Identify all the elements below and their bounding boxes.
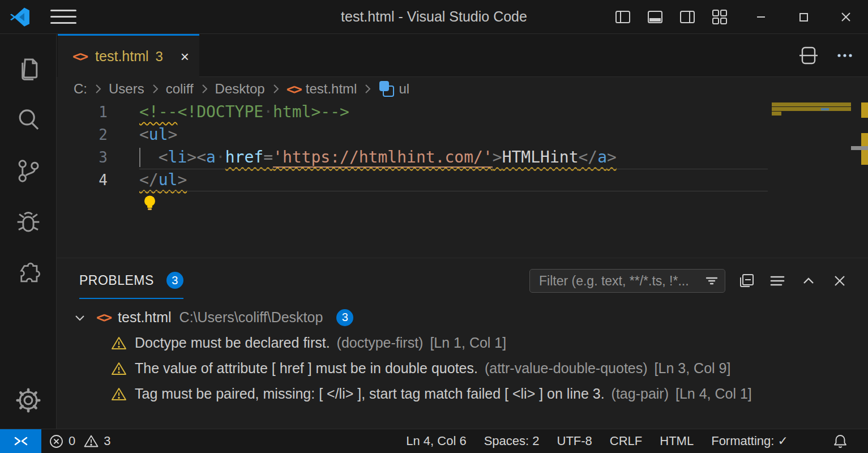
text-cursor bbox=[139, 148, 140, 167]
minimap-warning-line bbox=[772, 112, 781, 116]
split-editor-icon[interactable] bbox=[799, 45, 818, 66]
problems-file-row[interactable]: <> test.html C:\Users\coliff\Desktop 3 bbox=[57, 305, 868, 330]
minimap-link-mark bbox=[821, 108, 829, 110]
close-window-button[interactable] bbox=[836, 7, 856, 27]
problems-file-name: test.html bbox=[118, 309, 171, 326]
breadcrumb-coliff[interactable]: coliff bbox=[166, 81, 194, 97]
collapse-all-icon[interactable] bbox=[738, 272, 755, 289]
vscode-logo-icon bbox=[10, 7, 30, 27]
breadcrumb: C: Users coliff Desktop <> test.html ul bbox=[57, 77, 868, 101]
warning-count: 3 bbox=[104, 434, 110, 448]
toggle-panel-icon[interactable] bbox=[647, 8, 664, 25]
problem-location: [Ln 3, Col 9] bbox=[655, 360, 731, 377]
problem-location: [Ln 1, Col 1] bbox=[430, 335, 506, 351]
chevron-right-icon bbox=[93, 82, 103, 96]
problem-source: (tag-pair) bbox=[612, 386, 669, 402]
statusbar-right: Ln 4, Col 6 Spaces: 2 UTF-8 CRLF HTML Fo… bbox=[406, 433, 868, 449]
remote-indicator[interactable] bbox=[0, 429, 41, 453]
close-panel-icon[interactable] bbox=[831, 272, 848, 289]
file-problems-badge: 3 bbox=[336, 309, 353, 326]
settings-gear-icon[interactable] bbox=[12, 384, 44, 416]
filter-input[interactable] bbox=[538, 273, 704, 289]
problem-source: (doctype-first) bbox=[337, 335, 424, 351]
warning-icon bbox=[83, 434, 99, 448]
minimap[interactable] bbox=[772, 101, 851, 258]
formatting-status[interactable]: Formatting: ✓ bbox=[711, 434, 788, 448]
problems-file-path: C:\Users\coliff\Desktop bbox=[179, 309, 323, 326]
line-number[interactable]: 2 bbox=[57, 123, 108, 146]
encoding[interactable]: UTF-8 bbox=[557, 434, 592, 448]
language-mode[interactable]: HTML bbox=[660, 434, 694, 448]
view-as-table-icon[interactable] bbox=[769, 272, 786, 289]
chevron-right-icon bbox=[362, 82, 373, 96]
run-debug-icon[interactable] bbox=[12, 206, 44, 238]
problem-row-3[interactable]: Tag must be paired, missing: [ </li> ], … bbox=[57, 381, 868, 407]
filter-icon bbox=[704, 273, 719, 288]
menu-icon[interactable] bbox=[50, 8, 76, 26]
search-icon[interactable] bbox=[12, 104, 44, 136]
tab-label: test.html bbox=[95, 48, 148, 65]
indentation[interactable]: Spaces: 2 bbox=[484, 434, 540, 448]
problems-count-badge: 3 bbox=[166, 272, 183, 289]
problems-tree: <> test.html C:\Users\coliff\Desktop 3 D… bbox=[57, 305, 868, 429]
problems-title: PROBLEMS bbox=[79, 273, 154, 288]
code-editor[interactable]: 1 <!--<!DOCTYPE·html>--> 2 <ul> 3 <li><a… bbox=[57, 101, 868, 258]
source-control-icon[interactable] bbox=[12, 155, 44, 187]
maximize-panel-icon[interactable] bbox=[800, 272, 817, 289]
activity-bar bbox=[0, 34, 57, 429]
breadcrumb-file[interactable]: test.html bbox=[306, 81, 357, 97]
problems-filter[interactable] bbox=[529, 269, 725, 293]
extensions-icon[interactable] bbox=[12, 257, 44, 289]
warning-icon bbox=[111, 387, 127, 401]
html-file-icon: <> bbox=[72, 48, 87, 65]
breadcrumb-desktop[interactable]: Desktop bbox=[215, 81, 265, 97]
notifications-bell-icon[interactable] bbox=[832, 433, 848, 449]
maximize-button[interactable] bbox=[794, 7, 813, 27]
problems-panel: PROBLEMS 3 bbox=[57, 258, 868, 429]
problems-summary[interactable]: 0 3 bbox=[49, 434, 111, 449]
code-line-3: 3 <li><a·href='https://htmlhint.com/'>HT… bbox=[57, 146, 868, 169]
problem-source: (attr-value-double-quotes) bbox=[485, 360, 648, 377]
tab-close-icon[interactable]: × bbox=[181, 49, 189, 64]
minimize-button[interactable] bbox=[751, 7, 771, 27]
panel-toolbar bbox=[738, 272, 848, 289]
more-actions-icon[interactable] bbox=[835, 47, 854, 64]
ruler-warning-mark bbox=[861, 102, 868, 118]
eol-sequence[interactable]: CRLF bbox=[610, 434, 642, 448]
problem-location: [Ln 4, Col 1] bbox=[675, 386, 752, 402]
panel-header: PROBLEMS 3 bbox=[57, 258, 868, 304]
html-file-icon: <> bbox=[96, 309, 111, 326]
tab-problems[interactable]: PROBLEMS 3 bbox=[79, 263, 183, 299]
symbol-element-icon bbox=[379, 81, 394, 97]
chevron-right-icon bbox=[150, 82, 160, 96]
toggle-primary-sidebar-icon[interactable] bbox=[614, 8, 631, 25]
line-number[interactable]: 3 bbox=[57, 146, 108, 169]
code-line-4: 4 </ul> bbox=[57, 169, 868, 191]
breadcrumb-symbol[interactable]: ul bbox=[399, 81, 409, 97]
chevron-right-icon bbox=[199, 82, 209, 96]
remote-icon bbox=[12, 433, 29, 450]
customize-layout-icon[interactable] bbox=[711, 8, 728, 25]
error-count: 0 bbox=[69, 434, 75, 448]
toggle-secondary-sidebar-icon[interactable] bbox=[679, 8, 696, 25]
status-bar: 0 3 Ln 4, Col 6 Spaces: 2 UTF-8 CRLF HTM… bbox=[0, 429, 868, 453]
editor-actions bbox=[799, 34, 854, 77]
html-file-icon: <> bbox=[287, 81, 301, 97]
chevron-right-icon bbox=[271, 82, 281, 96]
explorer-icon[interactable] bbox=[12, 53, 44, 85]
lightbulb-quickfix-icon[interactable] bbox=[142, 149, 219, 256]
problem-row-1[interactable]: Doctype must be declared first. (doctype… bbox=[57, 330, 868, 356]
tab-bar: <> test.html 3 × bbox=[57, 34, 868, 77]
problem-message: The value of attribute [ href ] must be … bbox=[135, 360, 478, 377]
chevron-down-icon bbox=[72, 310, 87, 325]
tab-test-html[interactable]: <> test.html 3 × bbox=[58, 34, 199, 77]
error-icon bbox=[49, 434, 64, 449]
line-number[interactable]: 1 bbox=[57, 101, 108, 123]
breadcrumb-drive[interactable]: C: bbox=[74, 81, 87, 97]
problem-row-2[interactable]: The value of attribute [ href ] must be … bbox=[57, 356, 868, 381]
line-number[interactable]: 4 bbox=[57, 169, 108, 191]
cursor-position[interactable]: Ln 4, Col 6 bbox=[406, 434, 466, 448]
minimap-warning-line bbox=[772, 102, 851, 106]
breadcrumb-users[interactable]: Users bbox=[109, 81, 144, 97]
code-line-2: 2 <ul> bbox=[57, 123, 868, 146]
